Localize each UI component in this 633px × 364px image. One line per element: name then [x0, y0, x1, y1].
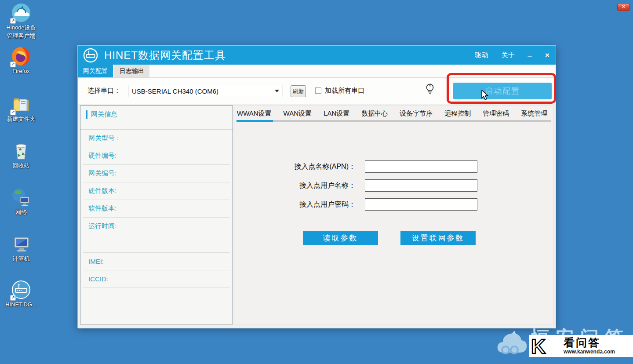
- desktop-icon-label: Firefox: [0, 67, 42, 76]
- desktop-icon-label: 网络: [0, 208, 42, 217]
- shortcut-arrow-icon: ↗: [10, 109, 16, 115]
- info-row-hw-number: 硬件编号:: [83, 147, 230, 165]
- load-all-ports-label: 加载所有串口: [325, 87, 364, 95]
- shortcut-arrow-icon: ↗: [10, 18, 16, 24]
- tab-wan-settings[interactable]: WAN设置: [284, 109, 312, 120]
- shortcut-arrow-icon: ↗: [10, 295, 16, 301]
- info-row-empty: [83, 235, 230, 253]
- chevron-down-icon: [275, 90, 279, 92]
- tab-wwan-settings[interactable]: WWAN设置: [237, 109, 272, 120]
- shortcut-arrow-icon: ↗: [10, 62, 16, 67]
- firefox-icon: ↗: [11, 46, 31, 66]
- desktop-icon-computer[interactable]: 计算机: [0, 234, 42, 263]
- desktop-icon-firefox[interactable]: ↗ Firefox: [0, 46, 42, 76]
- gateway-info-panel: 网关信息 网关型号 : 硬件编号: 网关编号: 硬件版本: 软件版本: 运行时间…: [80, 106, 233, 324]
- window-title: HINET数据网关配置工具: [104, 48, 475, 62]
- lightbulb-icon[interactable]: [425, 83, 435, 96]
- settings-panel: WWAN设置 WAN设置 LAN设置 数据中心 设备字节序 远程控制 管理密码 …: [235, 106, 554, 324]
- watermark-url: www.kanwenda.com: [564, 349, 615, 355]
- tab-gateway-config[interactable]: 网关配置: [78, 65, 113, 77]
- folder-icon: ↗: [11, 94, 31, 114]
- tab-underline: [236, 120, 551, 122]
- title-bar: HINET数据网关配置工具 驱动 关于 _ ×: [78, 46, 556, 65]
- minimize-button[interactable]: _: [528, 49, 532, 58]
- info-row-model: 网关型号 :: [83, 130, 230, 147]
- tab-system-management[interactable]: 系统管理: [521, 109, 547, 120]
- port-select-value: USB-SERIAL CH340 (COM6): [132, 87, 272, 95]
- driver-menu-item[interactable]: 驱动: [475, 51, 488, 59]
- desktop-icon-new-folder[interactable]: ↗ 新建文件夹: [0, 94, 42, 124]
- info-row-uptime: 运行时间:: [83, 218, 230, 235]
- read-params-button[interactable]: 读取参数: [303, 231, 378, 245]
- svg-text:K: K: [531, 336, 546, 357]
- kanwenda-logo-icon: K: [525, 336, 551, 357]
- tab-log-output[interactable]: 日志输出: [114, 65, 149, 77]
- apn-user-row: 接入点用户名称：: [235, 179, 553, 192]
- info-row-iccid: ICCID:: [83, 270, 230, 288]
- hinet-dg-icon: ↗: [11, 280, 31, 300]
- info-row-hw-version: 硬件版本:: [83, 182, 230, 200]
- screen-close-button[interactable]: ×: [617, 3, 630, 11]
- close-button[interactable]: ×: [545, 51, 549, 60]
- tab-remote-control[interactable]: 远程控制: [444, 109, 471, 120]
- app-window: HINET数据网关配置工具 驱动 关于 _ × 网关配置 日志输出 选择串口： …: [77, 45, 556, 328]
- port-select[interactable]: USB-SERIAL CH340 (COM6): [128, 85, 283, 97]
- network-icon: [11, 187, 31, 207]
- desktop-icon-hinet-dg[interactable]: ↗ HINET.DG...: [0, 280, 42, 309]
- apn-password-input[interactable]: [365, 198, 477, 211]
- main-tab-bar: 网关配置 日志输出: [78, 65, 556, 78]
- apn-user-label: 接入点用户名称：: [235, 179, 356, 192]
- active-tab-indicator: [236, 120, 273, 122]
- gateway-info-header: 网关信息: [80, 106, 233, 130]
- app-logo-icon: [83, 48, 98, 63]
- mouse-cursor: [481, 90, 489, 101]
- set-network-params-button[interactable]: 设置联网参数: [400, 231, 476, 245]
- computer-icon: [11, 234, 31, 254]
- info-row-imei: IMEI:: [83, 253, 230, 270]
- settings-tab-bar: WWAN设置 WAN设置 LAN设置 数据中心 设备字节序 远程控制 管理密码 …: [235, 106, 553, 120]
- apn-row: 接入点名称(APN)：: [235, 160, 553, 173]
- tab-byte-order[interactable]: 设备字节序: [400, 109, 433, 120]
- main-area: 网关信息 网关型号 : 硬件编号: 网关编号: 硬件版本: 软件版本: 运行时间…: [78, 105, 556, 328]
- desktop-icon-label: 新建文件夹: [0, 115, 42, 124]
- start-config-button[interactable]: 启动配置: [453, 83, 552, 99]
- accent-bar: [86, 110, 87, 119]
- apn-label: 接入点名称(APN)：: [235, 160, 356, 173]
- refresh-button[interactable]: 刷新: [291, 85, 306, 97]
- tab-lan-settings[interactable]: LAN设置: [324, 109, 349, 120]
- watermark-brand: 看问答: [564, 337, 615, 348]
- about-menu-item[interactable]: 关于: [502, 51, 515, 59]
- port-select-label: 选择串口：: [87, 87, 120, 95]
- hinode-client-icon: ↗: [11, 3, 31, 23]
- desktop-icon-network[interactable]: 网络: [0, 187, 42, 217]
- desktop-icon-label: Hinode设备: [0, 24, 42, 32]
- info-row-gw-number: 网关编号:: [83, 165, 230, 182]
- desktop-icon-label: 计算机: [0, 255, 42, 263]
- recycle-bin-icon: [11, 141, 31, 161]
- apn-password-row: 接入点用户密码：: [235, 198, 553, 211]
- desktop-icon-label: 管理客户端: [0, 32, 42, 40]
- tab-data-center[interactable]: 数据中心: [361, 109, 388, 120]
- desktop-icon-label: HINET.DG...: [0, 301, 42, 309]
- info-panel-spacer: [80, 288, 233, 324]
- info-row-sw-version: 软件版本:: [83, 200, 230, 218]
- desktop-icon-label: 回收站: [0, 162, 42, 170]
- tab-admin-password[interactable]: 管理密码: [483, 109, 509, 120]
- apn-input[interactable]: [365, 160, 477, 173]
- desktop: ↗ Hinode设备 管理客户端 ↗ Firefox ↗: [0, 0, 633, 364]
- apn-password-label: 接入点用户密码：: [235, 198, 356, 211]
- load-all-ports-checkbox[interactable]: [315, 87, 321, 94]
- apn-user-input[interactable]: [365, 179, 477, 192]
- desktop-icon-recycle-bin[interactable]: 回收站: [0, 141, 42, 170]
- desktop-icon-hinode-client[interactable]: ↗ Hinode设备 管理客户端: [0, 3, 42, 40]
- watermark-box: K 看问答 www.kanwenda.com: [529, 335, 633, 357]
